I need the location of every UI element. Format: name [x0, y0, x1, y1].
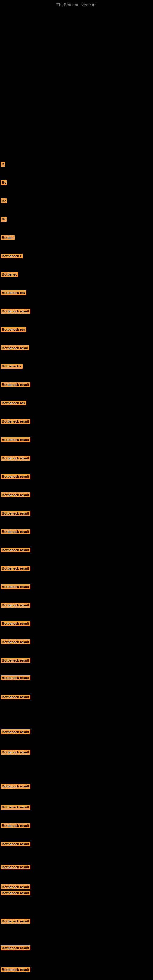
result-row-22: Bottleneck result	[1, 474, 30, 480]
result-row-8: Bo	[1, 217, 7, 223]
result-label-8: Bo	[1, 217, 7, 222]
result-label-35: Bottleneck result	[1, 730, 30, 734]
result-label-30: Bottleneck result	[1, 621, 30, 626]
result-label-13: Bottleneck result	[1, 309, 30, 313]
result-row-42: Bottleneck result	[1, 885, 30, 891]
result-row-19: Bottleneck result	[1, 419, 30, 425]
result-label-23: Bottleneck result	[1, 492, 30, 497]
result-label-10: Bottleneck r	[1, 254, 22, 258]
result-row-5: B	[1, 162, 5, 168]
result-label-42: Bottleneck result	[1, 885, 30, 889]
result-row-43: Bottleneck result	[1, 891, 30, 897]
result-row-33: Bottleneck result	[1, 675, 30, 681]
result-label-44: Bottleneck result	[1, 919, 30, 924]
result-row-25: Bottleneck result	[1, 529, 30, 535]
result-label-20: Bottleneck result	[1, 438, 30, 442]
site-title: TheBottlenecker.com	[0, 0, 153, 9]
result-label-33: Bottleneck result	[1, 675, 30, 680]
result-row-26: Bottleneck result	[1, 547, 30, 554]
result-row-38: Bottleneck result	[1, 805, 30, 811]
result-label-46: Bottleneck result	[1, 967, 30, 972]
result-label-43: Bottleneck result	[1, 891, 30, 896]
result-row-31: Bottleneck result	[1, 640, 30, 646]
result-row-13: Bottleneck result	[1, 309, 30, 315]
result-row-23: Bottleneck result	[1, 492, 30, 499]
result-row-14: Bottleneck res	[1, 327, 26, 333]
result-row-34: Bottleneck result	[1, 695, 30, 701]
result-row-44: Bottleneck result	[1, 919, 30, 925]
result-label-15: Bottleneck resul	[1, 345, 29, 350]
result-row-39: Bottleneck result	[1, 823, 30, 829]
result-row-12: Bottleneck res	[1, 290, 26, 296]
result-label-38: Bottleneck result	[1, 805, 30, 810]
result-row-18: Bottleneck res	[1, 401, 26, 407]
result-label-40: Bottleneck result	[1, 842, 30, 846]
result-row-20: Bottleneck result	[1, 438, 30, 444]
result-label-34: Bottleneck result	[1, 695, 30, 700]
result-label-19: Bottleneck result	[1, 419, 30, 424]
result-row-11: Bottlenec	[1, 272, 18, 278]
result-label-12: Bottleneck res	[1, 290, 26, 295]
result-row-16: Bottleneck r	[1, 364, 22, 370]
result-row-46: Bottleneck result	[1, 967, 30, 973]
result-label-41: Bottleneck result	[1, 865, 30, 869]
result-label-11: Bottlenec	[1, 272, 18, 277]
result-row-37: Bottleneck result	[1, 784, 30, 790]
result-label-25: Bottleneck result	[1, 529, 30, 534]
result-row-35: Bottleneck result	[1, 730, 30, 736]
results-container: BBoBoBoBottlenBottleneck rBottlenecBottl…	[0, 9, 153, 980]
result-row-7: Bo	[1, 199, 7, 205]
result-label-17: Bottleneck result	[1, 382, 30, 387]
result-row-40: Bottleneck result	[1, 842, 30, 848]
result-label-16: Bottleneck r	[1, 364, 22, 369]
result-label-45: Bottleneck result	[1, 945, 30, 950]
result-label-22: Bottleneck result	[1, 474, 30, 479]
result-label-5: B	[1, 162, 5, 167]
result-label-28: Bottleneck result	[1, 584, 30, 589]
result-row-32: Bottleneck result	[1, 658, 30, 664]
result-label-9: Bottlen	[1, 235, 15, 240]
result-label-24: Bottleneck result	[1, 511, 30, 516]
result-row-9: Bottlen	[1, 235, 15, 241]
result-label-18: Bottleneck res	[1, 401, 26, 406]
result-label-39: Bottleneck result	[1, 823, 30, 828]
result-label-26: Bottleneck result	[1, 547, 30, 552]
result-label-6: Bo	[1, 180, 7, 185]
result-label-37: Bottleneck result	[1, 784, 30, 789]
result-label-31: Bottleneck result	[1, 640, 30, 644]
result-row-30: Bottleneck result	[1, 621, 30, 627]
result-row-24: Bottleneck result	[1, 511, 30, 517]
result-row-45: Bottleneck result	[1, 945, 30, 951]
result-row-15: Bottleneck resul	[1, 345, 29, 352]
result-row-27: Bottleneck result	[1, 566, 30, 572]
result-label-14: Bottleneck res	[1, 327, 26, 332]
result-label-21: Bottleneck result	[1, 456, 30, 461]
result-label-36: Bottleneck result	[1, 750, 30, 755]
result-row-17: Bottleneck result	[1, 382, 30, 388]
result-row-36: Bottleneck result	[1, 750, 30, 756]
result-label-27: Bottleneck result	[1, 566, 30, 571]
result-row-28: Bottleneck result	[1, 584, 30, 590]
result-row-29: Bottleneck result	[1, 603, 30, 609]
result-label-29: Bottleneck result	[1, 603, 30, 608]
result-row-21: Bottleneck result	[1, 456, 30, 462]
result-row-6: Bo	[1, 180, 7, 186]
result-row-10: Bottleneck r	[1, 254, 22, 260]
result-label-32: Bottleneck result	[1, 658, 30, 663]
result-label-7: Bo	[1, 199, 7, 204]
result-row-41: Bottleneck result	[1, 865, 30, 871]
